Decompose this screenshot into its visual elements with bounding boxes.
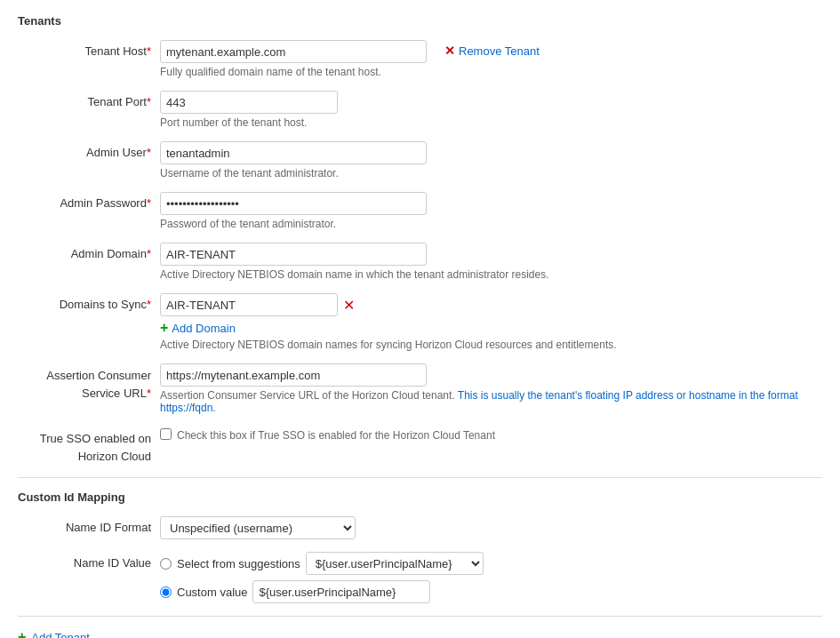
- tenant-host-group: Tenant Host* Fully qualified domain name…: [18, 40, 822, 78]
- true-sso-checkbox[interactable]: [160, 428, 172, 440]
- acs-url-content: Assertion Consumer Service URL of the Ho…: [160, 363, 822, 414]
- custom-value-input[interactable]: [252, 580, 430, 603]
- admin-user-input[interactable]: [160, 141, 427, 164]
- custom-value-label: Custom value: [177, 586, 247, 599]
- domain-entry-row: ✕: [160, 293, 822, 316]
- section-title: Tenants: [18, 14, 822, 28]
- acs-url-input[interactable]: [160, 363, 427, 387]
- name-id-format-group: Name ID Format Unspecified (username): [18, 516, 822, 539]
- name-id-value-options: Select from suggestions ${user.userPrinc…: [160, 552, 822, 603]
- section-divider: [18, 477, 822, 478]
- admin-password-group: Admin Password* Password of the tenant a…: [18, 192, 822, 230]
- add-domain-plus-icon: +: [160, 320, 168, 336]
- remove-tenant-button[interactable]: ✕ Remove Tenant: [444, 44, 540, 58]
- custom-value-radio[interactable]: [160, 586, 172, 598]
- tenant-port-input[interactable]: [160, 91, 338, 114]
- admin-user-group: Admin User* Username of the tenant admin…: [18, 141, 822, 179]
- admin-password-hint: Password of the tenant administrator.: [160, 218, 822, 230]
- tenant-host-hint: Fully qualified domain name of the tenan…: [160, 66, 427, 78]
- admin-domain-group: Admin Domain* Active Directory NETBIOS d…: [18, 243, 822, 281]
- add-tenant-label: Add Tenant: [31, 631, 90, 639]
- domains-to-sync-label: Domains to Sync*: [18, 293, 160, 313]
- name-id-value-group: Name ID Value Select from suggestions ${…: [18, 552, 822, 603]
- acs-url-hint: Assertion Consumer Service URL of the Ho…: [160, 389, 822, 414]
- admin-user-hint: Username of the tenant administrator.: [160, 167, 822, 179]
- true-sso-hint: Check this box if True SSO is enabled fo…: [177, 429, 495, 442]
- true-sso-content: Check this box if True SSO is enabled fo…: [160, 427, 822, 442]
- add-tenant-button[interactable]: + Add Tenant: [18, 629, 822, 638]
- add-domain-label: Add Domain: [172, 322, 236, 335]
- admin-domain-label: Admin Domain*: [18, 243, 160, 262]
- suggestions-label: Select from suggestions: [177, 557, 300, 570]
- add-domain-button[interactable]: + Add Domain: [160, 320, 822, 336]
- admin-domain-content: Active Directory NETBIOS domain name in …: [160, 243, 822, 281]
- name-id-format-select[interactable]: Unspecified (username): [160, 516, 356, 539]
- tenant-host-content: Fully qualified domain name of the tenan…: [160, 40, 822, 78]
- name-id-format-content: Unspecified (username): [160, 516, 822, 539]
- suggestions-radio-option: Select from suggestions ${user.userPrinc…: [160, 552, 822, 575]
- domains-to-sync-content: ✕ + Add Domain Active Directory NETBIOS …: [160, 293, 822, 351]
- domains-hint: Active Directory NETBIOS domain names fo…: [160, 339, 822, 351]
- tenant-host-input[interactable]: [160, 40, 427, 63]
- tenant-host-label: Tenant Host*: [18, 40, 160, 60]
- admin-password-content: Password of the tenant administrator.: [160, 192, 822, 230]
- admin-password-label: Admin Password*: [18, 192, 160, 211]
- acs-url-label: Assertion ConsumerService URL*: [18, 363, 160, 402]
- tenant-port-content: Port number of the tenant host.: [160, 91, 822, 129]
- custom-value-radio-option: Custom value: [160, 580, 822, 603]
- delete-domain-icon[interactable]: ✕: [343, 297, 355, 314]
- tenant-port-label: Tenant Port*: [18, 91, 160, 110]
- admin-user-content: Username of the tenant administrator.: [160, 141, 822, 179]
- admin-domain-input[interactable]: [160, 243, 427, 266]
- tenant-port-group: Tenant Port* Port number of the tenant h…: [18, 91, 822, 129]
- suggestion-select[interactable]: ${user.userPrincipalName}: [306, 552, 484, 575]
- admin-user-label: Admin User*: [18, 141, 160, 161]
- tenant-port-hint: Port number of the tenant host.: [160, 116, 822, 129]
- domains-to-sync-group: Domains to Sync* ✕ + Add Domain Active D…: [18, 293, 822, 351]
- admin-password-input[interactable]: [160, 192, 427, 215]
- remove-tenant-label: Remove Tenant: [459, 44, 540, 58]
- bottom-divider: [18, 616, 822, 617]
- suggestions-radio[interactable]: [160, 558, 172, 570]
- name-id-value-content: Select from suggestions ${user.userPrinc…: [160, 552, 822, 603]
- name-id-value-label: Name ID Value: [18, 552, 160, 571]
- name-id-format-label: Name ID Format: [18, 516, 160, 536]
- acs-url-group: Assertion ConsumerService URL* Assertion…: [18, 363, 822, 414]
- remove-tenant-icon: ✕: [444, 44, 455, 58]
- domain-value-input[interactable]: [160, 293, 338, 316]
- admin-domain-hint: Active Directory NETBIOS domain name in …: [160, 268, 822, 281]
- true-sso-group: True SSO enabled onHorizon Cloud Check t…: [18, 427, 822, 465]
- true-sso-label: True SSO enabled onHorizon Cloud: [18, 427, 160, 465]
- add-tenant-plus-icon: +: [18, 629, 26, 638]
- custom-id-title: Custom Id Mapping: [18, 490, 822, 504]
